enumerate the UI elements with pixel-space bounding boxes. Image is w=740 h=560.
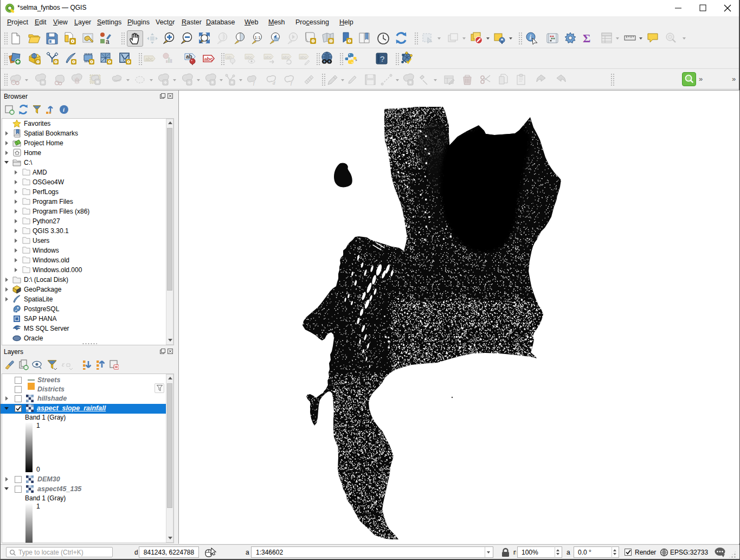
svg-text:a: a: [106, 38, 110, 45]
svg-text:abc: abc: [265, 55, 272, 60]
svg-text:?: ?: [380, 54, 384, 63]
svg-text:abc: abc: [300, 55, 307, 60]
svg-text:abc: abc: [246, 55, 253, 60]
svg-text:ε: ε: [62, 360, 65, 368]
svg-text:abc: abc: [145, 56, 153, 62]
svg-text:1:1: 1:1: [255, 35, 261, 40]
svg-text:f: f: [253, 80, 255, 86]
svg-text:Σ: Σ: [583, 31, 590, 44]
svg-text:abc: abc: [282, 55, 289, 60]
svg-text:f: f: [291, 80, 293, 86]
svg-text:abc: abc: [204, 56, 213, 62]
svg-text:d: d: [273, 80, 275, 86]
